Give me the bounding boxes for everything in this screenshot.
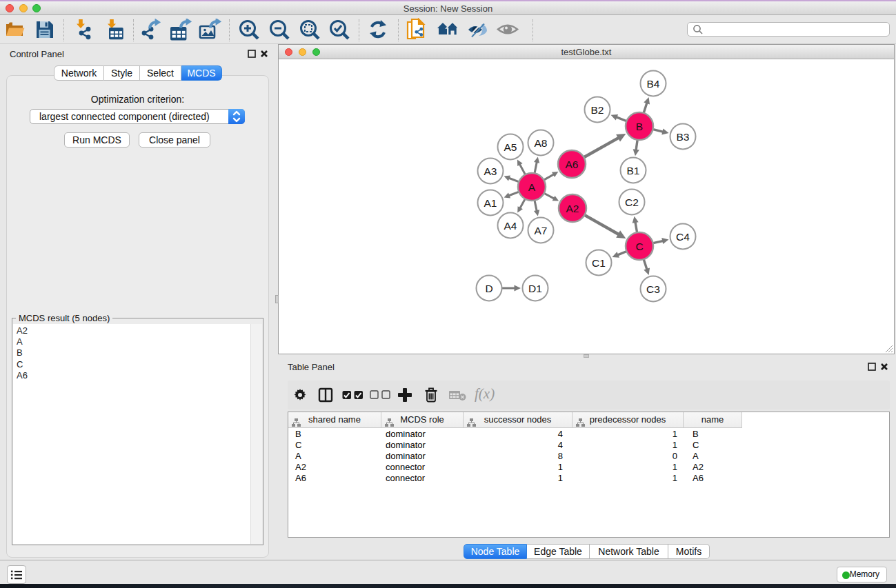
svg-text:A4: A4 [504,220,517,232]
svg-text:B3: B3 [677,131,690,143]
svg-text:B2: B2 [591,104,604,116]
svg-text:A7: A7 [535,225,548,236]
svg-text:A8: A8 [535,137,548,149]
svg-text:D1: D1 [528,283,542,294]
svg-text:C1: C1 [592,257,606,269]
svg-text:C4: C4 [676,231,690,243]
svg-text:B1: B1 [627,165,640,176]
svg-text:C3: C3 [646,283,660,295]
svg-text:A5: A5 [504,141,517,153]
svg-text:A: A [528,181,536,193]
svg-text:A3: A3 [484,165,497,177]
svg-text:A2: A2 [566,203,579,214]
svg-text:B4: B4 [647,78,660,90]
svg-text:A1: A1 [484,197,497,209]
svg-text:C: C [635,241,643,252]
svg-text:B: B [636,121,643,132]
svg-text:A6: A6 [566,159,579,170]
svg-text:C2: C2 [625,196,639,208]
svg-text:D: D [485,283,492,294]
